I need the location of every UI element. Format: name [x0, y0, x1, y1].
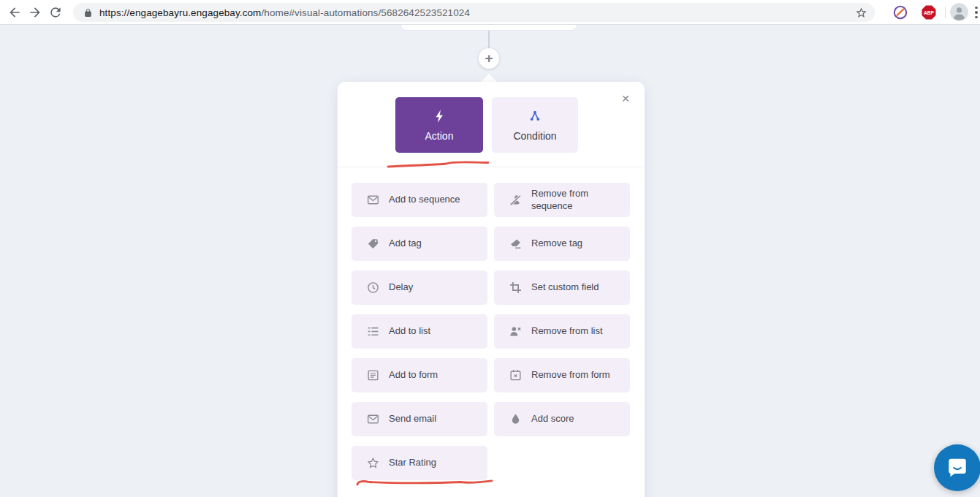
action-add-score[interactable]: Add score: [494, 402, 630, 436]
bookmark-star-icon[interactable]: [855, 7, 867, 19]
tag-icon: [367, 238, 379, 250]
action-label: Add to form: [389, 369, 438, 382]
tab-condition-label: Condition: [513, 130, 556, 142]
eraser-icon: [509, 238, 522, 250]
person-slash-icon: [509, 194, 522, 206]
url-domain: engagebayru.engagebay.com: [129, 7, 261, 18]
url-text: https://engagebayru.engagebay.com/home#v…: [99, 7, 849, 18]
action-remove-from-form[interactable]: Remove from form: [494, 358, 630, 392]
envelope-icon: [367, 194, 379, 206]
action-label: Remove from sequence: [531, 188, 624, 212]
toolbar-separator: [945, 7, 946, 18]
action-add-tag[interactable]: Add tag: [352, 227, 487, 261]
action-set-custom-field[interactable]: Set custom field: [494, 270, 630, 305]
url-scheme: https://: [99, 7, 129, 18]
envelope-icon: [367, 413, 379, 425]
flow-node-partial[interactable]: [400, 25, 577, 31]
add-node-button[interactable]: +: [479, 48, 499, 69]
action-label: Send email: [389, 413, 436, 425]
drop-icon: [509, 413, 522, 425]
close-icon[interactable]: ✕: [621, 94, 630, 104]
person-x-icon: [509, 325, 522, 338]
extension-icon[interactable]: [892, 4, 908, 20]
star-icon: [367, 457, 379, 469]
address-bar[interactable]: https://engagebayru.engagebay.com/home#v…: [73, 3, 875, 22]
action-add-to-sequence[interactable]: Add to sequence: [352, 183, 487, 217]
lightning-icon: [432, 109, 447, 124]
url-path: /home#visual-automations/568264252352102…: [261, 7, 470, 18]
form-icon: [367, 369, 379, 382]
tab-action-label: Action: [425, 130, 454, 142]
popup-divider: [338, 167, 645, 167]
calendar-x-icon: [509, 369, 522, 382]
flow-connector: [488, 31, 490, 49]
branch-icon: [528, 109, 542, 124]
action-label: Add tag: [389, 238, 422, 250]
chat-bubble-icon: [945, 455, 970, 482]
action-send-email[interactable]: Send email: [352, 402, 487, 436]
chat-widget-button[interactable]: [934, 444, 980, 491]
action-label: Delay: [389, 281, 413, 294]
adblock-icon[interactable]: ABP: [921, 4, 937, 20]
browser-toolbar: https://engagebayru.engagebay.com/home#v…: [0, 0, 980, 25]
action-remove-from-sequence[interactable]: Remove from sequence: [494, 183, 630, 217]
back-icon[interactable]: [7, 5, 22, 20]
reload-icon[interactable]: [48, 5, 63, 20]
action-add-to-form[interactable]: Add to form: [352, 358, 487, 392]
action-delay[interactable]: Delay: [352, 270, 487, 305]
menu-icon[interactable]: [975, 5, 980, 20]
tab-action[interactable]: Action: [395, 97, 483, 153]
action-remove-from-list[interactable]: Remove from list: [494, 314, 630, 349]
forward-icon[interactable]: [28, 5, 42, 20]
action-label: Add to list: [389, 325, 430, 338]
crop-icon: [509, 281, 522, 294]
clock-icon: [367, 281, 379, 294]
svg-text:ABP: ABP: [924, 10, 935, 15]
list-icon: [367, 325, 379, 338]
avatar-icon[interactable]: [950, 3, 968, 21]
tab-condition[interactable]: Condition: [492, 97, 578, 153]
lock-icon[interactable]: [83, 7, 93, 18]
actions-grid: Add to sequence Remove from sequence Add…: [352, 183, 630, 480]
action-remove-tag[interactable]: Remove tag: [494, 227, 630, 261]
action-label: Star Rating: [389, 457, 436, 469]
action-star-rating[interactable]: Star Rating: [352, 446, 487, 480]
action-label: Remove from list: [531, 325, 603, 338]
action-label: Remove tag: [531, 238, 582, 250]
popup-pointer: [481, 74, 497, 82]
action-label: Add score: [531, 413, 574, 425]
action-label: Add to sequence: [389, 194, 460, 206]
action-add-to-list[interactable]: Add to list: [352, 314, 487, 349]
action-label: Set custom field: [531, 281, 599, 294]
action-label: Remove from form: [531, 369, 610, 382]
add-node-popup: ✕ Action Condition Add to sequence Remov…: [338, 82, 645, 497]
